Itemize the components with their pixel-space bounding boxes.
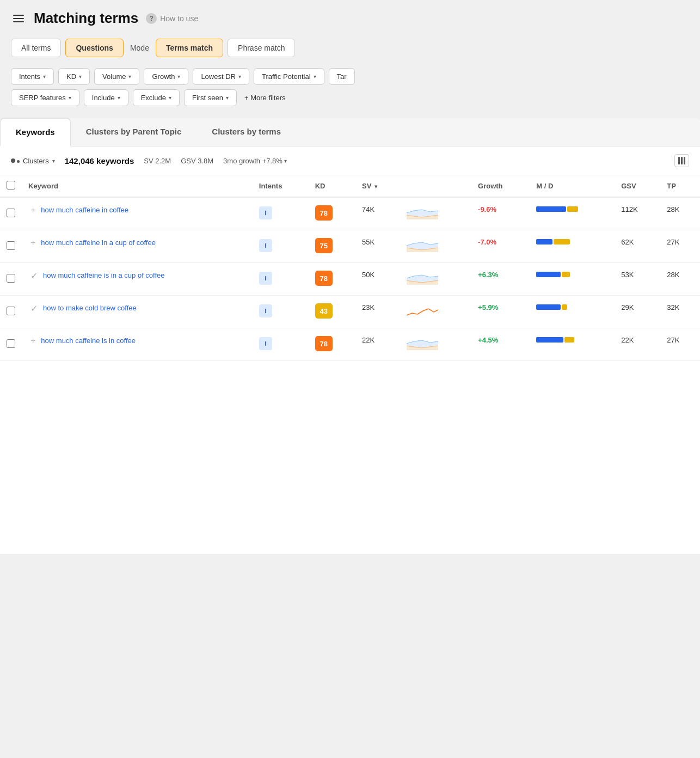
growth-value: -9.6%: [478, 205, 496, 213]
chevron-down-icon: ▾: [177, 74, 180, 80]
row-action-icon[interactable]: +: [28, 205, 38, 215]
intent-badge: I: [259, 272, 272, 285]
help-icon: ?: [146, 13, 157, 24]
growth-stat: 3mo growth +7.8%: [223, 157, 283, 165]
gsv-stat: GSV 3.8M: [181, 157, 213, 165]
keyword-link[interactable]: how to make cold brew coffee: [43, 303, 137, 313]
tp-cell: 28K: [660, 263, 700, 296]
tab-clusters-parent[interactable]: Clusters by Parent Topic: [71, 118, 197, 146]
tp-cell: 27K: [660, 230, 700, 263]
clusters-icon: [11, 158, 20, 163]
select-all-checkbox[interactable]: [7, 181, 15, 190]
filter-tar[interactable]: Tar: [329, 68, 355, 85]
sv-cell: 22K: [355, 328, 399, 361]
chart-cell: [399, 230, 471, 263]
intent-cell: I: [253, 296, 309, 328]
sv-stat: SV 2.2M: [144, 157, 171, 165]
row-action-icon[interactable]: +: [28, 336, 38, 346]
filter-traffic-potential[interactable]: Traffic Potential ▾: [254, 68, 324, 85]
row-action-icon[interactable]: +: [28, 238, 38, 248]
growth-cell: +4.5%: [471, 328, 530, 361]
table-row: ✓ how to make cold brew coffee I4323K +5…: [0, 296, 700, 328]
columns-button[interactable]: [674, 154, 689, 167]
growth-value: +4.5%: [478, 336, 498, 344]
row-action-icon[interactable]: ✓: [28, 271, 40, 281]
filter-serp-features[interactable]: SERP features ▾: [11, 89, 79, 106]
table-row: + how much caffeine in a cup of coffee I…: [0, 230, 700, 263]
row-checkbox-cell: [0, 230, 22, 263]
filter-growth[interactable]: Growth ▾: [144, 68, 188, 85]
th-kd: KD: [309, 175, 355, 197]
keyword-link[interactable]: how much caffeine in coffee: [41, 205, 128, 215]
th-sv[interactable]: SV ▾: [355, 175, 399, 197]
growth-cell: +5.9%: [471, 296, 530, 328]
filter-volume[interactable]: Volume ▾: [94, 68, 139, 85]
th-chart: [399, 175, 471, 197]
growth-badge[interactable]: 3mo growth +7.8% ▾: [223, 157, 287, 165]
row-checkbox[interactable]: [7, 307, 15, 315]
row-checkbox[interactable]: [7, 241, 15, 250]
mode-label: Mode: [128, 39, 151, 57]
tp-cell: 28K: [660, 197, 700, 230]
kd-cell: 75: [309, 230, 355, 263]
filter-lowest-dr[interactable]: Lowest DR ▾: [193, 68, 249, 85]
sv-cell: 50K: [355, 263, 399, 296]
growth-cell: -7.0%: [471, 230, 530, 263]
mini-chart: [406, 271, 439, 286]
keyword-cell: + how much caffeine is in coffee: [22, 328, 253, 361]
help-link[interactable]: ? How to use: [146, 13, 198, 24]
growth-value: +5.9%: [478, 303, 498, 311]
sv-cell: 74K: [355, 197, 399, 230]
row-checkbox-cell: [0, 296, 22, 328]
tab-clusters-terms[interactable]: Clusters by terms: [197, 118, 296, 146]
keyword-link[interactable]: how much caffeine is in coffee: [41, 336, 136, 346]
tab-keywords[interactable]: Keywords: [0, 118, 71, 146]
filter-kd[interactable]: KD ▾: [58, 68, 90, 85]
filter-exclude[interactable]: Exclude ▾: [133, 89, 180, 106]
menu-button[interactable]: [11, 13, 26, 25]
tab-questions[interactable]: Questions: [65, 39, 123, 57]
kd-cell: 43: [309, 296, 355, 328]
chevron-down-icon: ▾: [169, 95, 171, 101]
filter-intents[interactable]: Intents ▾: [11, 68, 54, 85]
md-bar: [536, 336, 608, 344]
chevron-down-icon: ▾: [314, 74, 316, 80]
th-select-all[interactable]: [0, 175, 22, 197]
keyword-link[interactable]: how much caffeine in a cup of coffee: [41, 238, 156, 248]
mini-chart: [406, 303, 439, 319]
growth-value: -7.0%: [478, 238, 496, 246]
md-blue-bar: [536, 272, 561, 277]
tab-all-terms[interactable]: All terms: [11, 39, 61, 57]
md-yellow-bar: [567, 206, 578, 212]
th-md: M / D: [530, 175, 615, 197]
mini-chart: [406, 238, 439, 253]
chevron-down-icon: ▾: [118, 95, 120, 101]
row-checkbox[interactable]: [7, 274, 15, 283]
intent-cell: I: [253, 263, 309, 296]
tab-phrase-match[interactable]: Phrase match: [228, 39, 295, 57]
keyword-link[interactable]: how much caffeine is in a cup of coffee: [43, 271, 165, 280]
row-checkbox[interactable]: [7, 339, 15, 348]
header: Matching terms ? How to use: [0, 0, 700, 33]
kd-badge: 75: [315, 238, 333, 253]
filter-include[interactable]: Include ▾: [84, 89, 128, 106]
more-filters-button[interactable]: + More filters: [241, 89, 289, 106]
row-action-icon[interactable]: ✓: [28, 303, 40, 314]
gsv-cell: 112K: [615, 197, 660, 230]
gsv-cell: 62K: [615, 230, 660, 263]
row-checkbox-cell: [0, 328, 22, 361]
chart-cell: [399, 197, 471, 230]
sv-cell: 23K: [355, 296, 399, 328]
row-checkbox[interactable]: [7, 209, 15, 217]
kd-badge: 43: [315, 303, 333, 319]
chevron-down-icon: ▾: [238, 74, 241, 80]
md-yellow-bar: [562, 272, 570, 277]
tab-terms-match[interactable]: Terms match: [156, 39, 223, 57]
clusters-button[interactable]: Clusters ▾: [11, 157, 55, 165]
intent-cell: I: [253, 197, 309, 230]
chart-cell: [399, 263, 471, 296]
filter-first-seen[interactable]: First seen ▾: [184, 89, 237, 106]
filters-section: Intents ▾ KD ▾ Volume ▾ Growth ▾ Lowest …: [0, 65, 700, 118]
kd-cell: 78: [309, 328, 355, 361]
intent-cell: I: [253, 230, 309, 263]
